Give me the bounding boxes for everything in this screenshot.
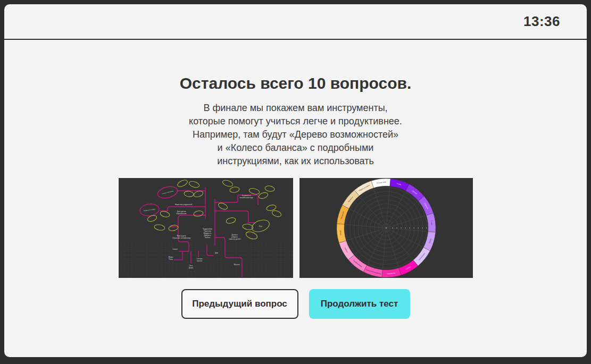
tool-previews-row: Поехать в Италию Выбраться к морю Навест… — [4, 178, 587, 278]
tree-label: Муж — [259, 225, 262, 227]
page-title: Осталось всего 10 вопросов. — [4, 74, 587, 93]
page-description: В финале мы покажем вам инструменты, кот… — [4, 101, 587, 168]
tree-label: комнату детей — [229, 238, 240, 240]
tree-label: Даша — [188, 267, 193, 269]
tree-of-possibilities-image: Поехать в Италию Выбраться к морю Навест… — [119, 178, 293, 278]
tree-label: волейболом еще — [239, 197, 253, 199]
continue-test-button[interactable]: Продолжить тест — [309, 289, 410, 319]
clock: 13:36 — [523, 13, 560, 30]
tree-label: Навестить родителей — [175, 204, 192, 206]
tree-label: братья — [196, 260, 202, 262]
tree-label: Дом — [214, 252, 218, 254]
content-area: Осталось всего 10 вопросов. В финале мы … — [4, 74, 587, 319]
app-window: 13:36 Осталось всего 10 вопросов. В фина… — [0, 0, 591, 364]
wheel-of-balance-image: ПутешествияХоббиДрузьяЗдоровьеСпортОтдых… — [299, 178, 473, 278]
tree-label: образование — [176, 213, 186, 215]
previous-question-button[interactable]: Предыдущий вопрос — [181, 289, 298, 319]
tree-label: Семья — [172, 248, 178, 250]
tree-label: Забота — [204, 236, 210, 239]
actions-row: Предыдущий вопрос Продолжить тест — [4, 289, 587, 319]
quiz-panel: 13:36 Осталось всего 10 вопросов. В фина… — [4, 4, 587, 357]
header-bar: 13:36 — [4, 4, 587, 40]
tree-label: Папа — [169, 258, 173, 260]
tree-label: Москва — [234, 264, 239, 266]
tree-label: Обучение английскому — [172, 237, 190, 239]
